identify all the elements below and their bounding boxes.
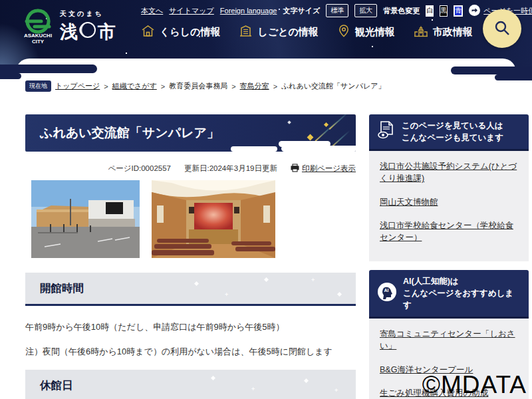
breadcrumb-org-link[interactable]: 組織でさがす [112,81,157,91]
nav-city-gov-info-label: 市政情報 [433,26,473,39]
printer-icon [291,164,299,174]
logo-city-right: 市 [98,20,116,44]
nav-tourism-info-label: 観光情報 [355,26,395,39]
opening-hours-text: 午前9時から午後10時（ただし、申請窓口は午前9時から午後5時） [25,321,356,334]
page-id: ページID:0002557 [108,164,171,174]
related-pages-sidebar: このページを見ている人は こんなページも見ています 浅口市公共施設予約システム(… [369,114,529,399]
opening-hours-heading: 開館時間 [25,273,356,304]
bg-black-button[interactable]: 黒 [440,5,448,17]
ai-recommends-title: AI(人工知能)は こんなページをおすすめします [403,275,521,311]
skip-to-content-link[interactable]: 本文へ [141,6,163,16]
breadcrumb-board-of-education: 教育委員会事務局 [169,81,227,91]
site-header: ASAKUCHI CITY 天文のまち 浅 市 [0,0,532,78]
section-opening-hours: 開館時間 + + 午前9時から午後10時（ただし、申請窓口は午前9時から午後5時… [25,273,356,358]
house-icon [141,24,155,41]
asakuchi-city-emblem-icon: ASAKUCHI CITY [23,7,53,47]
svg-text:AI: AI [384,288,389,293]
font-size-standard-button[interactable]: 標準 [326,4,348,17]
nav-living-info[interactable]: くらしの情報 [141,24,220,41]
page-root: ASAKUCHI CITY 天文のまち 浅 市 [0,0,532,399]
sparkle-decoration: + [334,387,338,394]
nav-living-info-label: くらしの情報 [160,26,220,39]
closed-days-heading: 休館日 [25,370,356,399]
ai-head-icon: AI [377,282,397,305]
crescent-moon-icon [79,21,96,43]
sunpalea-hall-interior-photo [152,180,275,261]
logo-tagline: 天文のまち [60,9,116,19]
page-title-banner: ふれあい交流館「サンパレア」 [25,114,356,152]
section-heading-bar: 休館日 + + [25,370,356,399]
updated-date: 更新日:2024年3月19日更新 [184,164,277,174]
section-heading-bar: 開館時間 + + [25,273,356,306]
also-viewed-header: このページを見ている人は こんなページも見ています [369,114,529,151]
page-meta-row: ページID:0002557 更新日:2024年3月19日更新 印刷ページ表示 [25,164,356,174]
utility-bar: 本文へ サイトマップ Foreign language 文字サイズ 標準 拡大 … [141,4,529,17]
nav-city-gov-info[interactable]: 市政情報 [414,24,473,41]
search-icon [493,19,511,39]
svg-text:ASAKUCHI: ASAKUCHI [24,33,52,39]
logo-city-left: 浅 [60,20,78,44]
cloud-decoration [495,74,532,80]
bg-color-label: 背景色変更 [383,6,420,16]
breadcrumb-home-link[interactable]: トップページ [55,81,100,91]
cloud-decoration [451,66,532,74]
site-logo[interactable]: ASAKUCHI CITY 天文のまち 浅 市 [23,7,116,47]
document-eye-icon [377,120,396,143]
link-astronomy-museum[interactable]: 岡山天文博物館 [380,196,518,208]
sitemap-link[interactable]: サイトマップ [169,6,214,16]
sunpalea-exterior-photo [31,180,140,261]
section-closed-days: 休館日 + + [25,370,356,399]
foreign-language-link[interactable]: Foreign language [220,7,277,15]
link-school-lunch-center[interactable]: 浅口市学校給食センター（学校給食センター） [380,219,518,243]
font-size-enlarge-button[interactable]: 拡大 [354,4,377,17]
search-button[interactable] [483,9,521,48]
breadcrumb-current-page: ふれあい交流館「サンパレア」 [281,81,385,91]
ai-recommends-header: AI AI(人工知能)は こんなページをおすすめします [369,270,529,319]
font-size-label: 文字サイズ [283,6,320,16]
print-page-label[interactable]: 印刷ページ表示 [302,164,356,174]
map-pin-icon [337,24,350,41]
cloud-decoration [0,73,21,79]
nav-tourism-info[interactable]: 観光情報 [337,24,395,41]
main-nav: くらしの情報 しごとの情報 [141,24,473,41]
nav-work-info[interactable]: しごとの情報 [239,24,318,41]
current-location-badge: 現在地 [25,80,51,92]
opening-hours-note: 注）夜間（午後6時から10時まで）の利用がない場合は、午後5時に閉館します [25,345,356,358]
also-viewed-box: このページを見ている人は こんなページも見ています 浅口市公共施設予約システム(… [369,114,529,261]
breadcrumb-yorishima-link[interactable]: 寄島分室 [240,81,269,91]
main-content: ふれあい交流館「サンパレア」 ページID:0002557 更新日:2024年3月… [25,114,356,399]
save-page-icon [469,5,480,17]
also-viewed-title: このページを見ている人は こんなページも見ています [402,120,503,144]
sparkle-decoration: + [225,291,228,298]
bg-blue-button[interactable]: 青 [454,5,463,17]
link-facility-reservation[interactable]: 浅口市公共施設予約システム(ひとづくり推進課) [380,160,518,184]
link-community-center-shiosai[interactable]: 寄島コミュニティセンター「しおさい」 [380,328,518,352]
mdata-watermark: ©MDATA [422,371,527,399]
sparkle-decoration: + [311,277,315,283]
sparkle-decoration: + [251,386,255,392]
cloud-decoration [281,146,356,152]
photo-row [25,180,356,261]
cloud-decoration [0,65,97,73]
bg-white-button[interactable]: 白 [426,5,434,17]
breadcrumb: 現在地 トップページ > 組織でさがす > 教育委員会事務局 > 寄島分室 > … [25,80,385,92]
also-viewed-links: 浅口市公共施設予約システム(ひとづくり推進課) 岡山天文博物館 浅口市学校給食セ… [369,151,529,261]
office-building-icon [239,24,253,41]
cloud-decoration [231,146,277,152]
print-page-link[interactable]: 印刷ページ表示 [291,164,356,174]
city-hall-icon [414,24,428,41]
svg-text:CITY: CITY [32,39,45,44]
logo-city-name: 天文のまち 浅 市 [60,9,116,44]
nav-work-info-label: しごとの情報 [257,26,318,39]
